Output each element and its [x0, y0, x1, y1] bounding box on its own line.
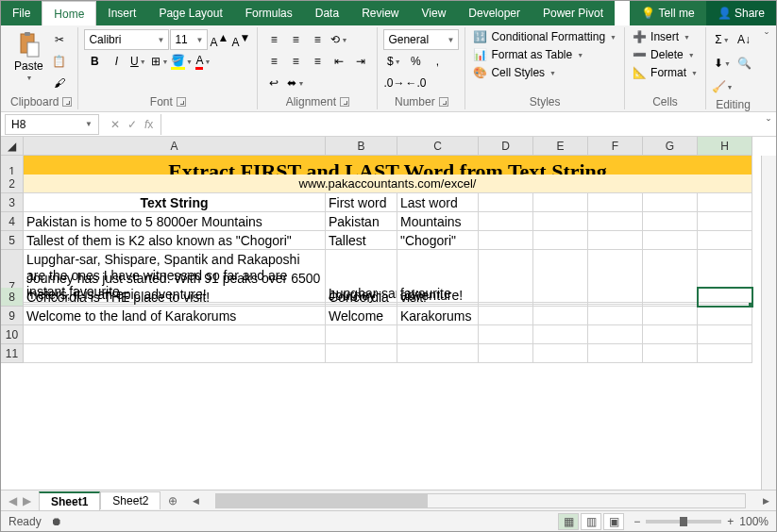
currency-button[interactable]: $▼	[383, 51, 404, 72]
cell-b4[interactable]: Pakistan	[326, 212, 397, 231]
scroll-left-button[interactable]: ◀	[189, 493, 202, 508]
tab-power-pivot[interactable]: Power Pivot	[532, 1, 615, 25]
col-header-a[interactable]: A	[24, 137, 326, 156]
cell-d10[interactable]	[479, 325, 533, 344]
col-header-g[interactable]: G	[643, 137, 698, 156]
cell-h8[interactable]	[698, 288, 752, 307]
cell-h3[interactable]	[698, 193, 752, 212]
tab-page-layout[interactable]: Page Layout	[147, 1, 233, 25]
cell-b11[interactable]	[326, 344, 397, 363]
cell-h11[interactable]	[698, 344, 752, 363]
cell-e5[interactable]	[533, 231, 588, 250]
italic-button[interactable]: I	[106, 51, 127, 72]
cell-c4[interactable]: Mountains	[397, 212, 479, 231]
zoom-level[interactable]: 100%	[739, 515, 769, 528]
cell-f9[interactable]	[588, 307, 643, 325]
tab-data[interactable]: Data	[304, 1, 350, 25]
align-right-button[interactable]: ≡	[307, 51, 328, 72]
cell-c10[interactable]	[397, 325, 479, 344]
tab-insert[interactable]: Insert	[96, 1, 147, 25]
cell-b3[interactable]: First word	[326, 193, 397, 212]
cell-g9[interactable]	[643, 307, 698, 325]
add-sheet-button[interactable]: ⊕	[160, 494, 185, 507]
sheet-tab-1[interactable]: Sheet1	[39, 491, 100, 510]
delete-cells-button[interactable]: ➖Delete▼	[631, 47, 697, 62]
cut-button[interactable]: ✂	[49, 29, 70, 50]
copy-button[interactable]: 📋	[49, 51, 70, 72]
tell-me[interactable]: 💡 Tell me	[630, 1, 705, 25]
cell-h5[interactable]	[698, 231, 752, 250]
cell-e9[interactable]	[533, 307, 588, 325]
clipboard-launcher[interactable]	[62, 97, 72, 107]
cell-h10[interactable]	[698, 325, 752, 344]
font-family-combo[interactable]: Calibri▼	[84, 29, 169, 50]
cell-d8[interactable]	[479, 288, 533, 307]
insert-cells-button[interactable]: ➕Insert▼	[631, 29, 692, 44]
percent-button[interactable]: %	[405, 51, 426, 72]
cell-g4[interactable]	[643, 212, 698, 231]
cell-c11[interactable]	[397, 344, 479, 363]
cell-e11[interactable]	[533, 344, 588, 363]
sheet-nav-next[interactable]: ▶	[23, 494, 31, 507]
cell-b8[interactable]: Concordia	[326, 288, 397, 307]
row-header-10[interactable]: 10	[1, 325, 24, 344]
format-as-table-button[interactable]: 📊Format as Table▼	[471, 47, 585, 62]
increase-decimal-button[interactable]: .0→	[383, 73, 404, 93]
sheet-nav-prev[interactable]: ◀	[8, 494, 17, 507]
orientation-button[interactable]: ⟲▼	[329, 29, 349, 50]
cell-g3[interactable]	[643, 193, 698, 212]
cell-h9[interactable]	[698, 307, 752, 325]
increase-indent-button[interactable]: ⇥	[350, 51, 371, 72]
cell-d11[interactable]	[479, 344, 533, 363]
macro-record-icon[interactable]: ⏺	[51, 515, 62, 528]
cell-a9[interactable]: Welcome to the land of Karakorums	[24, 307, 326, 325]
cell-e3[interactable]	[533, 193, 588, 212]
paste-button[interactable]: Paste▼	[10, 29, 47, 83]
cell-a10[interactable]	[24, 325, 326, 344]
cell-f5[interactable]	[588, 231, 643, 250]
name-box[interactable]: H8▼	[5, 114, 99, 135]
row-header-2[interactable]: 2	[1, 175, 24, 193]
row-header-5[interactable]: 5	[1, 231, 24, 250]
col-header-b[interactable]: B	[326, 137, 397, 156]
cell-subtitle[interactable]: www.pakaccountants.com/excel/	[24, 175, 752, 193]
row-header-4[interactable]: 4	[1, 212, 24, 231]
cell-a5[interactable]: Tallest of them is K2 also known as "Cho…	[24, 231, 326, 250]
number-launcher[interactable]	[439, 97, 448, 107]
decrease-indent-button[interactable]: ⇤	[329, 51, 349, 72]
sort-filter-button[interactable]: A↓	[734, 29, 754, 50]
conditional-formatting-button[interactable]: 🔢Conditional Formatting▼	[471, 29, 618, 44]
tab-home[interactable]: Home	[42, 1, 96, 25]
col-header-c[interactable]: C	[397, 137, 479, 156]
cell-a4[interactable]: Pakistan is home to 5 8000er Mountains	[24, 212, 326, 231]
cell-d3[interactable]	[479, 193, 533, 212]
enter-formula-icon[interactable]: ✓	[127, 118, 137, 131]
align-center-button[interactable]: ≡	[285, 51, 306, 72]
cell-a8[interactable]: Concordia is THE place to visit!	[24, 288, 326, 307]
row-header-3[interactable]: 3	[1, 193, 24, 212]
increase-font-button[interactable]: A▲	[209, 29, 229, 50]
number-format-combo[interactable]: General▼	[383, 29, 459, 50]
font-size-combo[interactable]: 11▼	[170, 29, 208, 50]
share-button[interactable]: 👤 Share	[706, 1, 776, 25]
vertical-scrollbar[interactable]	[761, 156, 776, 490]
cell-b5[interactable]: Tallest	[326, 231, 397, 250]
cell-a11[interactable]	[24, 344, 326, 363]
zoom-in-button[interactable]: +	[727, 515, 734, 528]
tab-file[interactable]: File	[1, 1, 42, 25]
font-color-button[interactable]: A▼	[193, 51, 213, 72]
cell-f4[interactable]	[588, 212, 643, 231]
tab-view[interactable]: View	[411, 1, 458, 25]
align-left-button[interactable]: ≡	[263, 51, 284, 72]
cell-c9[interactable]: Karakorums	[397, 307, 479, 325]
cell-d5[interactable]	[479, 231, 533, 250]
cell-f3[interactable]	[588, 193, 643, 212]
cell-styles-button[interactable]: 🎨Cell Styles▼	[471, 65, 558, 80]
cell-f11[interactable]	[588, 344, 643, 363]
decrease-font-button[interactable]: A▼	[230, 29, 251, 50]
cell-a3[interactable]: Text String	[24, 193, 326, 212]
cell-b9[interactable]: Welcome	[326, 307, 397, 325]
col-header-h[interactable]: H	[698, 137, 752, 156]
font-launcher[interactable]	[177, 97, 186, 107]
autosum-button[interactable]: Σ▼	[712, 29, 733, 50]
